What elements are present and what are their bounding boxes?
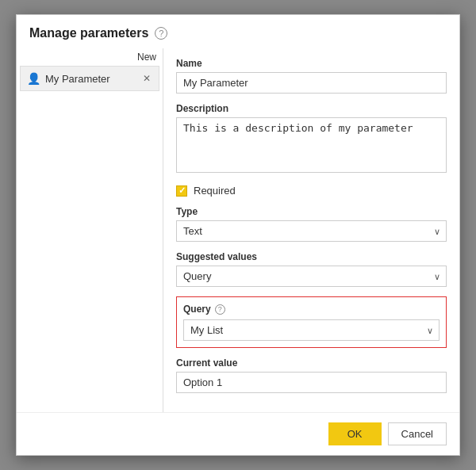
required-checkbox[interactable] xyxy=(176,185,187,197)
cancel-button[interactable]: Cancel xyxy=(388,422,447,445)
param-item-left: 👤 My Parameter xyxy=(27,72,110,85)
dialog-title: Manage parameters xyxy=(29,26,148,40)
left-panel: New 👤 My Parameter ✕ xyxy=(17,48,163,412)
dialog-header: Manage parameters ? xyxy=(17,15,459,48)
ok-button[interactable]: OK xyxy=(328,422,382,445)
suggested-values-field-group: Suggested values Query ∨ xyxy=(176,251,447,287)
manage-parameters-dialog: Manage parameters ? New 👤 My Parameter ✕… xyxy=(16,14,460,456)
type-select[interactable]: Text xyxy=(176,220,447,242)
query-section: Query ? My List ∨ xyxy=(176,296,447,348)
suggested-values-select-wrapper: Query ∨ xyxy=(176,266,447,287)
current-value-label: Current value xyxy=(176,357,447,369)
type-label: Type xyxy=(176,206,447,217)
required-row: Required xyxy=(176,185,447,197)
query-label-row: Query ? xyxy=(183,304,440,315)
query-help-icon[interactable]: ? xyxy=(215,304,225,315)
description-input[interactable]: This is a description of my parameter xyxy=(176,117,447,173)
query-field-label: Query xyxy=(183,304,211,315)
new-label: New xyxy=(17,48,163,66)
query-select[interactable]: My List xyxy=(183,319,440,341)
remove-param-icon[interactable]: ✕ xyxy=(141,71,152,86)
dialog-body: New 👤 My Parameter ✕ Name Description Th… xyxy=(17,48,459,412)
param-icon: 👤 xyxy=(27,72,40,85)
param-name-label: My Parameter xyxy=(45,73,110,85)
dialog-footer: OK Cancel xyxy=(17,412,459,455)
suggested-values-select[interactable]: Query xyxy=(176,266,447,287)
type-select-wrapper: Text ∨ xyxy=(176,220,447,242)
required-label: Required xyxy=(194,185,236,197)
name-input[interactable] xyxy=(176,72,447,94)
parameter-item[interactable]: 👤 My Parameter ✕ xyxy=(20,66,159,91)
query-select-wrapper: My List ∨ xyxy=(183,319,440,341)
right-panel: Name Description This is a description o… xyxy=(163,48,459,412)
header-help-icon[interactable]: ? xyxy=(155,27,167,40)
current-value-input[interactable] xyxy=(176,372,447,393)
description-field-group: Description This is a description of my … xyxy=(176,103,447,175)
name-field-group: Name xyxy=(176,58,447,94)
description-label: Description xyxy=(176,103,447,114)
current-value-field-group: Current value xyxy=(176,357,447,393)
type-field-group: Type Text ∨ xyxy=(176,206,447,242)
name-label: Name xyxy=(176,58,447,69)
suggested-values-label: Suggested values xyxy=(176,251,447,262)
